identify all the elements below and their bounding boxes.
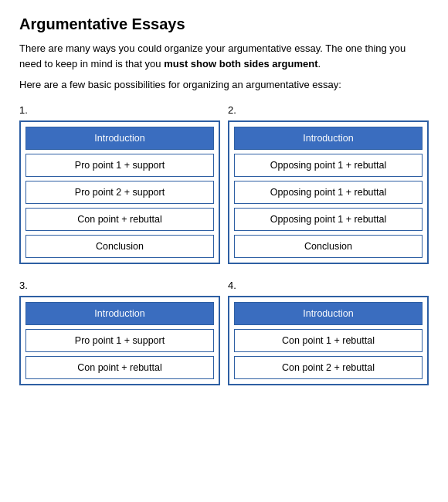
diagram-number-3: 3. (19, 280, 220, 291)
diagram-3-cell-1: Introduction (25, 302, 214, 325)
sub-text: Here are a few basic possibilities for o… (19, 79, 429, 90)
diagram-box-3: IntroductionPro point 1 + supportCon poi… (19, 296, 220, 385)
diagram-number-1: 1. (19, 104, 220, 116)
diagram-1: 1.IntroductionPro point 1 + supportPro p… (19, 104, 220, 264)
diagram-2-cell-4: Opposing point 1 + rebuttal (234, 208, 423, 231)
diagram-1-cell-1: Introduction (25, 127, 214, 150)
diagram-box-4: IntroductionCon point 1 + rebuttalCon po… (228, 296, 429, 385)
diagram-4-cell-2: Con point 1 + rebuttal (234, 329, 423, 352)
diagram-2-cell-2: Opposing point 1 + rebuttal (234, 154, 423, 177)
diagram-3: 3.IntroductionPro point 1 + supportCon p… (19, 280, 220, 385)
diagram-number-2: 2. (228, 104, 429, 116)
diagram-number-4: 4. (228, 280, 429, 291)
diagram-2: 2.IntroductionOpposing point 1 + rebutta… (228, 104, 429, 264)
diagrams-grid: 1.IntroductionPro point 1 + supportPro p… (19, 104, 429, 385)
diagram-4-cell-3: Con point 2 + rebuttal (234, 356, 423, 379)
intro-text-end: . (318, 58, 321, 70)
diagram-4-cell-1: Introduction (234, 302, 423, 325)
diagram-1-cell-5: Conclusion (25, 235, 214, 258)
diagram-2-cell-1: Introduction (234, 127, 423, 150)
diagram-3-cell-2: Pro point 1 + support (25, 329, 214, 352)
diagram-2-cell-3: Opposing point 1 + rebuttal (234, 181, 423, 204)
diagram-1-cell-2: Pro point 1 + support (25, 154, 214, 177)
diagram-3-cell-3: Con point + rebuttal (25, 356, 214, 379)
diagram-2-cell-5: Conclusion (234, 235, 423, 258)
diagram-1-cell-3: Pro point 2 + support (25, 181, 214, 204)
diagram-box-2: IntroductionOpposing point 1 + rebuttalO… (228, 120, 429, 264)
intro-paragraph: There are many ways you could organize y… (19, 41, 429, 71)
diagram-box-1: IntroductionPro point 1 + supportPro poi… (19, 120, 220, 264)
intro-bold: must show both sides argument (164, 58, 317, 70)
diagram-4: 4.IntroductionCon point 1 + rebuttalCon … (228, 280, 429, 385)
diagram-1-cell-4: Con point + rebuttal (25, 208, 214, 231)
page-title: Argumentative Essays (19, 15, 429, 33)
